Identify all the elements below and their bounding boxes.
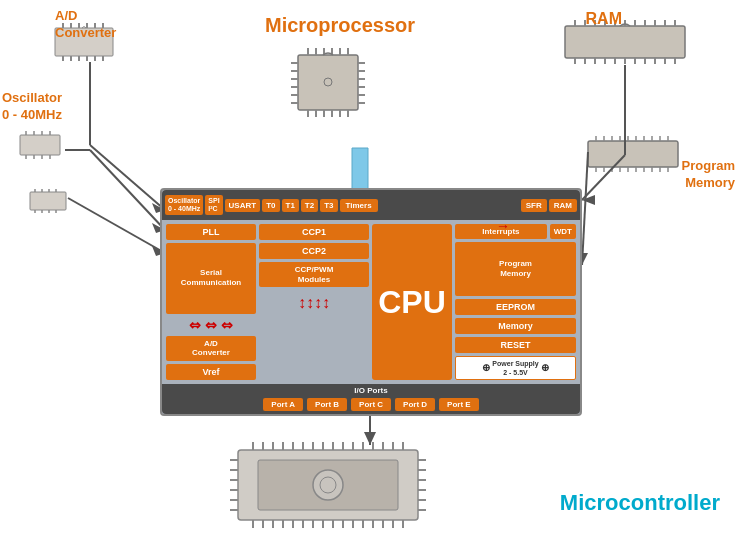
svg-point-148 [320, 477, 336, 493]
cell-ccpwm: CCP/PWMModules [259, 262, 369, 287]
ic-microcontroller [230, 442, 426, 528]
cell-timers: Timers [340, 199, 378, 212]
port-e: Port E [439, 398, 479, 411]
cell-program-memory: ProgramMemory [455, 242, 576, 296]
arrow-board-to-mc-head [364, 432, 376, 445]
cell-t2: T2 [301, 199, 318, 212]
arrow-small-ic-line [68, 198, 165, 253]
cell-t3: T3 [320, 199, 337, 212]
svg-rect-57 [565, 26, 685, 58]
svg-rect-31 [298, 55, 358, 110]
ic-small-left [30, 189, 66, 213]
svg-rect-146 [258, 460, 398, 510]
ic-oscillator [20, 131, 60, 159]
cell-wdt: WDT [550, 224, 576, 239]
int-wdt-row: Interrupts WDT [455, 224, 576, 239]
svg-rect-22 [30, 192, 66, 210]
cell-ccp2: CCP2 [259, 243, 369, 259]
svg-rect-101 [238, 450, 418, 520]
board-bottom-bar: I/O Ports Port A Port B Port C Port D Po… [162, 384, 580, 414]
arrow-ram-line2 [582, 155, 625, 200]
power-circle-left: ⊕ [482, 361, 490, 374]
label-oscillator: Oscillator0 - 40MHz [2, 90, 62, 124]
label-program-memory: ProgramMemory [682, 158, 735, 192]
ic-microprocessor [291, 48, 365, 117]
ic-program-memory [588, 136, 678, 172]
cell-spi: SPII²C [205, 195, 222, 216]
cell-usart: USART [225, 199, 261, 212]
io-ports-label: I/O Ports [162, 386, 580, 395]
col-mid: CCP1 CCP2 CCP/PWMModules ↕↕↕↕ [259, 224, 369, 380]
port-d: Port D [395, 398, 435, 411]
main-container: Oscillator0 - 40MHz SPII²C USART T0 T1 T… [0, 0, 740, 534]
cell-eeprom: EEPROM [455, 299, 576, 315]
arrow-ad-line2 [90, 145, 165, 210]
serial-comm-block: SerialCommunication [166, 243, 256, 314]
label-microprocessor: Microprocessor [265, 14, 415, 37]
board-top-bar: Oscillator0 - 40MHz SPII²C USART T0 T1 T… [162, 190, 580, 220]
svg-point-56 [324, 78, 332, 86]
svg-rect-13 [20, 135, 60, 155]
red-arrows-mid-v: ↕↕↕↕ [259, 294, 369, 312]
cell-power-supply: ⊕ Power Supply2 - 5.5V ⊕ [455, 356, 576, 380]
label-ram: RAM [586, 10, 622, 28]
label-microcontroller: Microcontroller [560, 490, 720, 516]
arrow-ram-head [582, 195, 595, 205]
power-circle-right: ⊕ [541, 361, 549, 374]
cell-memory: Memory [455, 318, 576, 334]
cell-ram: RAM [549, 199, 577, 212]
col-right: Interrupts WDT ProgramMemory EEPROM Memo… [455, 224, 576, 380]
svg-rect-80 [588, 141, 678, 167]
port-c: Port C [351, 398, 391, 411]
cell-t1: T1 [282, 199, 299, 212]
chip-board: Oscillator0 - 40MHz SPII²C USART T0 T1 T… [160, 188, 582, 416]
svg-point-147 [313, 470, 343, 500]
red-arrows-left: ⇔ ⇔ ⇔ [166, 317, 256, 333]
board-inner: PLL SerialCommunication ⇔ ⇔ ⇔ A/DConvert… [162, 220, 580, 384]
timers-arrow: → [496, 218, 510, 234]
label-ad-converter: A/DConverter [55, 8, 116, 42]
cell-ccp1: CCP1 [259, 224, 369, 240]
port-b: Port B [307, 398, 347, 411]
arrow-osc-line2 [90, 150, 165, 230]
cell-oscillator: Oscillator0 - 40MHz [165, 195, 203, 216]
port-a: Port A [263, 398, 303, 411]
cell-t0: T0 [262, 199, 279, 212]
col-left: PLL SerialCommunication ⇔ ⇔ ⇔ A/DConvert… [166, 224, 256, 380]
cell-reset: RESET [455, 337, 576, 353]
cell-ad-converter: A/DConverter [166, 336, 256, 361]
cell-vref: Vref [166, 364, 256, 380]
cell-sfr: SFR [521, 199, 547, 212]
ic-ram [565, 20, 685, 64]
cpu-block: CPU [372, 224, 452, 380]
arrow-pm-line [582, 152, 588, 265]
cell-pll: PLL [166, 224, 256, 240]
